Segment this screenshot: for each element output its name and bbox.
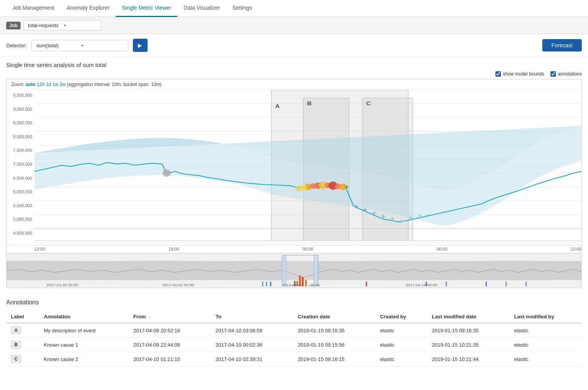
- mini-chart-container: 2017-03-26 00:00 2017-04-02 00:00 2017-0…: [6, 253, 582, 288]
- svg-rect-52: [366, 282, 367, 286]
- annotation-created-by: elastic: [375, 352, 427, 366]
- svg-rect-50: [266, 282, 267, 286]
- forecast-button[interactable]: Forecast: [542, 39, 582, 52]
- svg-point-37: [163, 169, 171, 177]
- annotation-badge: C: [11, 355, 21, 363]
- annotation-text: Known cause 1: [39, 338, 129, 352]
- job-selector[interactable]: total-requests ▾: [24, 20, 101, 31]
- y-label-9500000: 9,500,000: [8, 93, 32, 98]
- y-label-5500000: 5,500,000: [8, 203, 32, 208]
- x-axis: 12:00 18:00 00:00 06:00 12:00: [7, 245, 581, 253]
- svg-rect-54: [446, 282, 447, 286]
- detector-selector[interactable]: sum(total) ▾: [31, 40, 128, 51]
- annotation-text: Known cause 2: [39, 352, 129, 366]
- chart-body: 9,500,000 9,000,000 8,500,000 8,000,000 …: [7, 90, 581, 245]
- svg-rect-43: [314, 255, 318, 286]
- svg-text:A: A: [275, 103, 280, 109]
- y-label-8000000: 8,000,000: [8, 134, 32, 139]
- y-label-8500000: 8,500,000: [8, 120, 32, 125]
- nav-anomaly-explorer[interactable]: Anomaly Explorer: [60, 0, 116, 17]
- x-label-1200b: 12:00: [571, 247, 581, 251]
- svg-rect-48: [305, 280, 307, 286]
- annotation-to: 2017-04-10 00:02:36: [211, 338, 293, 352]
- show-model-bounds-checkbox[interactable]: [495, 71, 501, 77]
- zoom-1d[interactable]: 1d: [46, 82, 51, 87]
- col-last-modified-date: Last modified date: [427, 311, 509, 323]
- svg-text:+: +: [417, 211, 422, 220]
- svg-text:C: C: [366, 100, 371, 107]
- nav-data-visualizer[interactable]: Data Visualizer: [177, 0, 226, 17]
- annotation-to: 2017-04-10 03:06:59: [211, 323, 293, 338]
- y-axis: 9,500,000 9,000,000 8,500,000 8,000,000 …: [7, 90, 34, 245]
- svg-text:+: +: [372, 209, 377, 217]
- job-dropdown-arrow: ▾: [64, 23, 97, 27]
- annotations-toggle[interactable]: annotations: [550, 71, 582, 77]
- table-row: C Known cause 2 2017-04-10 01:11:15 2017…: [6, 352, 582, 366]
- detector-bar: Detector: sum(total) ▾ ▶ Forecast: [0, 34, 588, 57]
- table-header-row: Label Annotation From ↑ To Creation date…: [6, 311, 582, 323]
- col-annotation: Annotation: [39, 311, 129, 323]
- svg-rect-42: [282, 255, 286, 286]
- svg-text:+: +: [408, 214, 413, 222]
- annotation-label-cell: B: [6, 338, 39, 352]
- sort-icon-from: ↑: [148, 315, 150, 319]
- svg-text:+: +: [399, 217, 404, 225]
- x-label-0600: 06:00: [437, 247, 447, 251]
- annotation-last-modified-date: 2019-01-15 10:21:35: [427, 338, 509, 352]
- annotation-badge: B: [11, 341, 21, 349]
- annotations-checkbox[interactable]: [550, 71, 556, 77]
- top-navigation: Job Management Anomaly Explorer Single M…: [0, 0, 588, 17]
- svg-text:+: +: [344, 183, 349, 191]
- play-button[interactable]: ▶: [133, 39, 148, 52]
- svg-rect-57: [526, 282, 527, 286]
- job-label: Job: [6, 22, 21, 29]
- col-to: To: [211, 311, 293, 323]
- x-label-1800: 18:00: [168, 247, 179, 251]
- svg-point-27: [296, 186, 302, 191]
- zoom-auto[interactable]: auto: [26, 82, 35, 87]
- col-last-modified-by: Last modified by: [509, 311, 582, 323]
- annotations-label: annotations: [558, 71, 582, 77]
- svg-text:+: +: [363, 206, 367, 214]
- x-label-1200: 12:00: [34, 247, 45, 251]
- chart-header: Zoom: auto 12h 1d 1w 2w (aggregation int…: [7, 79, 581, 90]
- show-model-bounds-toggle[interactable]: show model bounds: [495, 71, 544, 77]
- table-row: B Known cause 1 2017-04-09 22:44:08 2017…: [6, 338, 582, 352]
- nav-settings[interactable]: Settings: [226, 0, 258, 17]
- annotations-table: Label Annotation From ↑ To Creation date…: [6, 311, 582, 366]
- job-bar: Job total-requests ▾: [0, 17, 588, 34]
- nav-single-metric-viewer[interactable]: Single Metric Viewer: [116, 0, 177, 17]
- detector-value: sum(total): [36, 43, 78, 48]
- svg-text:2017-04-0: 2017-04-0: [282, 283, 300, 287]
- annotation-creation-date: 2019-01-15 09:16:15: [293, 352, 375, 366]
- zoom-2w[interactable]: 2w: [60, 82, 65, 87]
- annotation-label-cell: A: [6, 323, 39, 338]
- col-created-by: Created by: [375, 311, 427, 323]
- nav-job-management[interactable]: Job Management: [6, 0, 60, 17]
- table-row: A My description of event 2017-04-09 20:…: [6, 323, 582, 338]
- zoom-label: Zoom:: [11, 82, 24, 87]
- y-label-7500000: 7,500,000: [8, 148, 32, 153]
- chart-section: Single time series analysis of sum total…: [0, 57, 588, 293]
- svg-text:+: +: [381, 212, 385, 220]
- chart-options: show model bounds annotations: [6, 71, 582, 77]
- annotation-badge: A: [11, 326, 21, 334]
- annotation-from: 2017-04-09 20:52:19: [129, 323, 211, 338]
- col-from[interactable]: From ↑: [129, 311, 211, 323]
- chart-plot: A B C: [34, 90, 581, 245]
- annotations-title: Annotations: [6, 299, 582, 306]
- y-label-6000000: 6,000,000: [8, 189, 32, 194]
- show-model-bounds-label: show model bounds: [503, 71, 544, 77]
- aggregation-info: (aggregation interval: 10m, bucket span:…: [67, 82, 162, 87]
- annotation-creation-date: 2019-01-15 09:16:35: [293, 323, 375, 338]
- zoom-1w[interactable]: 1w: [52, 82, 58, 87]
- y-label-9000000: 9,000,000: [8, 107, 32, 112]
- svg-text:2017-04-16 00:00: 2017-04-16 00:00: [406, 283, 438, 287]
- annotations-section: Annotations Label Annotation From ↑ To C…: [0, 293, 588, 373]
- svg-rect-55: [486, 282, 487, 286]
- annotation-last-modified-by: elastic: [509, 323, 582, 338]
- zoom-12h[interactable]: 12h: [37, 82, 45, 87]
- x-label-0000: 00:00: [303, 247, 313, 251]
- y-label-7000000: 7,000,000: [8, 162, 32, 167]
- svg-text:+: +: [390, 215, 395, 223]
